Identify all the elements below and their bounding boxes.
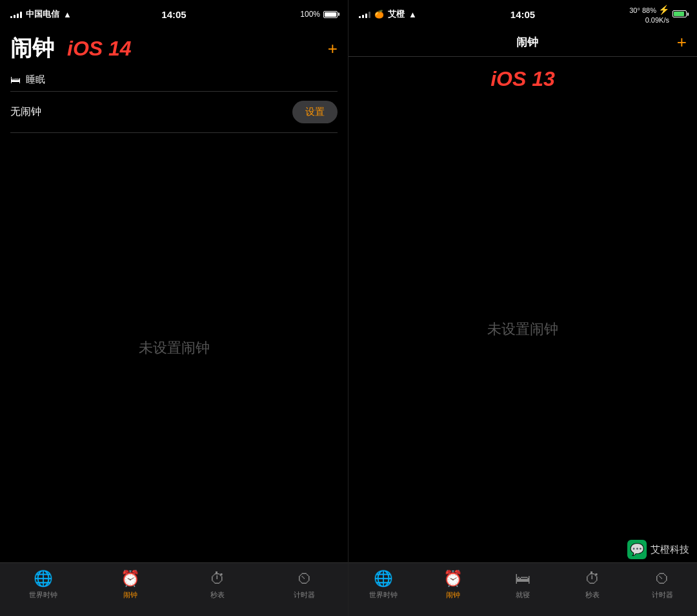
wechat-watermark: 💬 艾橙科技: [627, 540, 689, 559]
left-time: 14:05: [161, 9, 186, 20]
stopwatch-icon: ⏱: [210, 570, 225, 588]
right-empty-text: 未设置闹钟: [487, 320, 558, 339]
left-tab-bar: 🌐 世界时钟 ⏰ 闹钟 ⏱ 秒表 ⏲ 计时器: [0, 562, 348, 616]
wifi-icon: ▲: [63, 10, 72, 19]
right-add-button[interactable]: +: [677, 32, 687, 52]
left-status-bar: 中国电信 ▲ 14:05 100%: [0, 0, 348, 28]
left-add-button[interactable]: +: [328, 39, 338, 59]
globe-icon: 🌐: [34, 570, 53, 588]
carrier-label: 中国电信: [26, 8, 59, 20]
left-page-title: 闹钟: [10, 34, 54, 63]
right-tab-bar: 🌐 世界时钟 ⏰ 闹钟 🛏 就寝 ⏱ 秒表 ⏲ 计时器: [348, 562, 697, 616]
signal-icon: [10, 10, 22, 18]
right-timer-icon: ⏲: [654, 570, 670, 588]
right-ios-badge: iOS 13: [490, 67, 555, 91]
tab-stopwatch-label: 秒表: [210, 590, 225, 600]
sleep-section: 🛏 睡眠: [0, 66, 348, 92]
right-badge-area: iOS 13: [348, 57, 697, 96]
right-tab-timer[interactable]: ⏲ 计时器: [643, 570, 682, 600]
right-signal-icon: [359, 10, 370, 18]
no-alarm-row: 无闹钟 设置: [0, 92, 348, 132]
left-empty-text: 未设置闹钟: [139, 338, 210, 358]
right-tab-world-clock[interactable]: 🌐 世界时钟: [364, 570, 403, 600]
right-alarm-icon: ⏰: [443, 570, 463, 588]
left-tab-timer[interactable]: ⏲ 计时器: [285, 570, 324, 600]
alarm-icon: ⏰: [121, 570, 140, 588]
right-panel: 🍊 艾橙 ▲ 14:05 30° 88% ⚡ 0.09K/s 闹钟 +: [348, 0, 697, 616]
right-status-right: 30° 88% ⚡ 0.09K/s: [629, 4, 687, 25]
sleep-label: 睡眠: [26, 74, 45, 86]
left-tab-world-clock[interactable]: 🌐 世界时钟: [24, 570, 63, 600]
no-alarm-label: 无闹钟: [10, 105, 41, 119]
right-temp-label: 30° 88% ⚡: [629, 4, 669, 15]
left-status-right: 100%: [300, 10, 338, 19]
battery-icon: [323, 11, 338, 18]
right-tab-stopwatch[interactable]: ⏱ 秒表: [573, 570, 612, 600]
right-nav-title: 闹钟: [516, 35, 538, 50]
right-speed-label: 0.09K/s: [645, 15, 669, 25]
right-carrier-label: 艾橙: [388, 8, 405, 20]
right-tab-bedtime-label: 就寝: [516, 590, 530, 600]
right-tab-alarm-label: 闹钟: [446, 590, 460, 600]
right-tab-world-clock-label: 世界时钟: [369, 590, 398, 600]
tab-timer-label: 计时器: [294, 590, 315, 600]
right-globe-icon: 🌐: [374, 570, 393, 588]
right-battery-icon: [672, 10, 687, 17]
sleep-label-row: 🛏 睡眠: [10, 74, 338, 91]
left-panel: 中国电信 ▲ 14:05 100% 闹钟 iOS 14 + 🛏 睡眠: [0, 0, 348, 616]
tab-alarm-label: 闹钟: [123, 590, 137, 600]
right-tab-timer-label: 计时器: [652, 590, 673, 600]
right-status-bar: 🍊 艾橙 ▲ 14:05 30° 88% ⚡ 0.09K/s: [348, 0, 697, 28]
battery-pct-label: 100%: [300, 10, 320, 19]
setup-button[interactable]: 设置: [292, 101, 338, 123]
timer-icon: ⏲: [297, 570, 312, 588]
right-tab-stopwatch-label: 秒表: [585, 590, 600, 600]
left-large-title-area: 闹钟 iOS 14 +: [0, 28, 348, 66]
wechat-brand-label: 艾橙科技: [651, 544, 689, 556]
left-tab-alarm[interactable]: ⏰ 闹钟: [111, 570, 150, 600]
right-tab-alarm[interactable]: ⏰ 闹钟: [434, 570, 472, 600]
right-wifi-icon: ▲: [409, 10, 417, 19]
right-status-left: 🍊 艾橙 ▲: [359, 8, 417, 20]
left-tab-stopwatch[interactable]: ⏱ 秒表: [198, 570, 237, 600]
right-empty-state: 未设置闹钟: [348, 96, 697, 562]
right-tab-bedtime[interactable]: 🛏 就寝: [503, 570, 542, 600]
right-status-extras: 30° 88% ⚡ 0.09K/s: [629, 4, 669, 25]
right-stopwatch-icon: ⏱: [585, 570, 600, 588]
bed-icon: 🛏: [10, 74, 21, 86]
left-status-left: 中国电信 ▲: [10, 8, 72, 20]
wechat-logo-icon: 💬: [627, 540, 647, 559]
tab-world-clock-label: 世界时钟: [29, 590, 57, 600]
left-ios-badge: iOS 14: [67, 37, 132, 61]
left-empty-state: 未设置闹钟: [0, 133, 348, 562]
right-time: 14:05: [510, 9, 535, 20]
right-bed-icon: 🛏: [515, 570, 530, 588]
right-nav-header: 闹钟 +: [348, 28, 697, 57]
right-carrier-icon: 🍊: [374, 10, 384, 19]
